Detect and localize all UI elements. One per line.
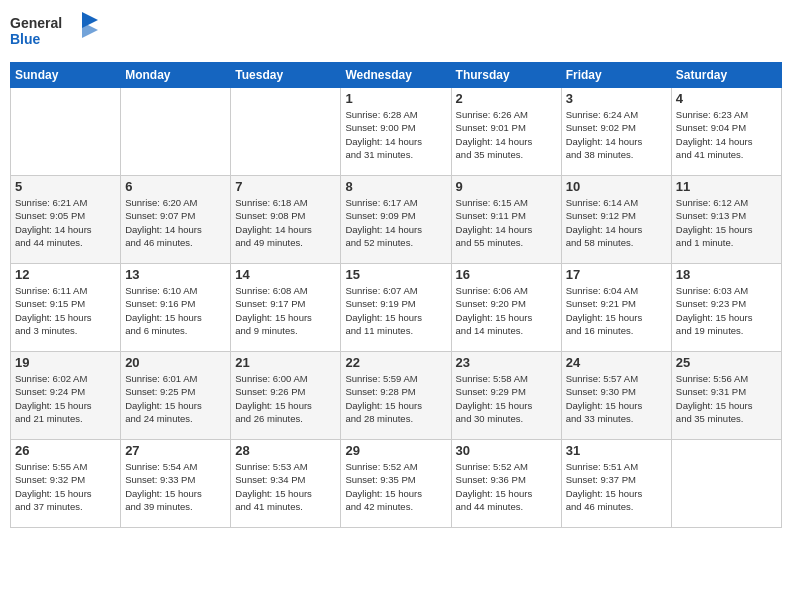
day-number: 2 — [456, 91, 557, 106]
day-info: Sunrise: 6:04 AM Sunset: 9:21 PM Dayligh… — [566, 284, 667, 337]
day-cell: 31Sunrise: 5:51 AM Sunset: 9:37 PM Dayli… — [561, 440, 671, 528]
day-cell: 1Sunrise: 6:28 AM Sunset: 9:00 PM Daylig… — [341, 88, 451, 176]
day-number: 20 — [125, 355, 226, 370]
day-cell: 4Sunrise: 6:23 AM Sunset: 9:04 PM Daylig… — [671, 88, 781, 176]
day-number: 8 — [345, 179, 446, 194]
day-number: 26 — [15, 443, 116, 458]
page: General Blue SundayMondayTuesdayWednesda… — [0, 0, 792, 612]
day-cell: 19Sunrise: 6:02 AM Sunset: 9:24 PM Dayli… — [11, 352, 121, 440]
day-number: 25 — [676, 355, 777, 370]
day-info: Sunrise: 6:00 AM Sunset: 9:26 PM Dayligh… — [235, 372, 336, 425]
day-cell: 14Sunrise: 6:08 AM Sunset: 9:17 PM Dayli… — [231, 264, 341, 352]
day-cell: 11Sunrise: 6:12 AM Sunset: 9:13 PM Dayli… — [671, 176, 781, 264]
day-cell: 30Sunrise: 5:52 AM Sunset: 9:36 PM Dayli… — [451, 440, 561, 528]
day-cell: 25Sunrise: 5:56 AM Sunset: 9:31 PM Dayli… — [671, 352, 781, 440]
day-cell — [121, 88, 231, 176]
svg-marker-3 — [82, 22, 98, 38]
day-info: Sunrise: 6:07 AM Sunset: 9:19 PM Dayligh… — [345, 284, 446, 337]
day-info: Sunrise: 6:03 AM Sunset: 9:23 PM Dayligh… — [676, 284, 777, 337]
weekday-header-monday: Monday — [121, 63, 231, 88]
day-cell: 26Sunrise: 5:55 AM Sunset: 9:32 PM Dayli… — [11, 440, 121, 528]
day-info: Sunrise: 6:18 AM Sunset: 9:08 PM Dayligh… — [235, 196, 336, 249]
day-cell: 7Sunrise: 6:18 AM Sunset: 9:08 PM Daylig… — [231, 176, 341, 264]
week-row-2: 5Sunrise: 6:21 AM Sunset: 9:05 PM Daylig… — [11, 176, 782, 264]
day-cell: 29Sunrise: 5:52 AM Sunset: 9:35 PM Dayli… — [341, 440, 451, 528]
day-info: Sunrise: 6:08 AM Sunset: 9:17 PM Dayligh… — [235, 284, 336, 337]
day-info: Sunrise: 5:59 AM Sunset: 9:28 PM Dayligh… — [345, 372, 446, 425]
day-info: Sunrise: 6:14 AM Sunset: 9:12 PM Dayligh… — [566, 196, 667, 249]
day-number: 30 — [456, 443, 557, 458]
svg-text:Blue: Blue — [10, 31, 41, 47]
weekday-header-thursday: Thursday — [451, 63, 561, 88]
day-info: Sunrise: 6:06 AM Sunset: 9:20 PM Dayligh… — [456, 284, 557, 337]
day-info: Sunrise: 6:01 AM Sunset: 9:25 PM Dayligh… — [125, 372, 226, 425]
day-number: 12 — [15, 267, 116, 282]
day-cell: 3Sunrise: 6:24 AM Sunset: 9:02 PM Daylig… — [561, 88, 671, 176]
day-info: Sunrise: 5:54 AM Sunset: 9:33 PM Dayligh… — [125, 460, 226, 513]
day-cell: 22Sunrise: 5:59 AM Sunset: 9:28 PM Dayli… — [341, 352, 451, 440]
day-cell: 28Sunrise: 5:53 AM Sunset: 9:34 PM Dayli… — [231, 440, 341, 528]
day-number: 9 — [456, 179, 557, 194]
day-number: 6 — [125, 179, 226, 194]
day-number: 18 — [676, 267, 777, 282]
day-cell: 15Sunrise: 6:07 AM Sunset: 9:19 PM Dayli… — [341, 264, 451, 352]
day-info: Sunrise: 6:11 AM Sunset: 9:15 PM Dayligh… — [15, 284, 116, 337]
day-number: 27 — [125, 443, 226, 458]
logo: General Blue — [10, 10, 100, 56]
calendar-table: SundayMondayTuesdayWednesdayThursdayFrid… — [10, 62, 782, 528]
day-cell: 18Sunrise: 6:03 AM Sunset: 9:23 PM Dayli… — [671, 264, 781, 352]
day-cell: 13Sunrise: 6:10 AM Sunset: 9:16 PM Dayli… — [121, 264, 231, 352]
week-row-3: 12Sunrise: 6:11 AM Sunset: 9:15 PM Dayli… — [11, 264, 782, 352]
day-cell — [11, 88, 121, 176]
day-info: Sunrise: 6:12 AM Sunset: 9:13 PM Dayligh… — [676, 196, 777, 249]
week-row-5: 26Sunrise: 5:55 AM Sunset: 9:32 PM Dayli… — [11, 440, 782, 528]
day-cell: 16Sunrise: 6:06 AM Sunset: 9:20 PM Dayli… — [451, 264, 561, 352]
day-info: Sunrise: 6:21 AM Sunset: 9:05 PM Dayligh… — [15, 196, 116, 249]
day-cell: 2Sunrise: 6:26 AM Sunset: 9:01 PM Daylig… — [451, 88, 561, 176]
weekday-header-saturday: Saturday — [671, 63, 781, 88]
day-info: Sunrise: 5:51 AM Sunset: 9:37 PM Dayligh… — [566, 460, 667, 513]
day-number: 31 — [566, 443, 667, 458]
day-number: 29 — [345, 443, 446, 458]
weekday-header-tuesday: Tuesday — [231, 63, 341, 88]
day-number: 14 — [235, 267, 336, 282]
day-cell: 20Sunrise: 6:01 AM Sunset: 9:25 PM Dayli… — [121, 352, 231, 440]
day-cell: 5Sunrise: 6:21 AM Sunset: 9:05 PM Daylig… — [11, 176, 121, 264]
day-cell: 27Sunrise: 5:54 AM Sunset: 9:33 PM Dayli… — [121, 440, 231, 528]
day-number: 21 — [235, 355, 336, 370]
day-cell: 6Sunrise: 6:20 AM Sunset: 9:07 PM Daylig… — [121, 176, 231, 264]
week-row-4: 19Sunrise: 6:02 AM Sunset: 9:24 PM Dayli… — [11, 352, 782, 440]
day-number: 3 — [566, 91, 667, 106]
day-info: Sunrise: 5:58 AM Sunset: 9:29 PM Dayligh… — [456, 372, 557, 425]
day-number: 16 — [456, 267, 557, 282]
day-number: 13 — [125, 267, 226, 282]
day-cell: 21Sunrise: 6:00 AM Sunset: 9:26 PM Dayli… — [231, 352, 341, 440]
day-cell — [671, 440, 781, 528]
day-info: Sunrise: 6:28 AM Sunset: 9:00 PM Dayligh… — [345, 108, 446, 161]
day-number: 1 — [345, 91, 446, 106]
weekday-header-row: SundayMondayTuesdayWednesdayThursdayFrid… — [11, 63, 782, 88]
day-info: Sunrise: 6:23 AM Sunset: 9:04 PM Dayligh… — [676, 108, 777, 161]
day-info: Sunrise: 6:10 AM Sunset: 9:16 PM Dayligh… — [125, 284, 226, 337]
svg-text:General: General — [10, 15, 62, 31]
weekday-header-wednesday: Wednesday — [341, 63, 451, 88]
day-cell — [231, 88, 341, 176]
day-number: 10 — [566, 179, 667, 194]
day-number: 11 — [676, 179, 777, 194]
day-info: Sunrise: 6:20 AM Sunset: 9:07 PM Dayligh… — [125, 196, 226, 249]
logo-icon: General Blue — [10, 10, 100, 52]
weekday-header-friday: Friday — [561, 63, 671, 88]
header: General Blue — [10, 10, 782, 56]
day-number: 15 — [345, 267, 446, 282]
day-number: 4 — [676, 91, 777, 106]
day-info: Sunrise: 6:24 AM Sunset: 9:02 PM Dayligh… — [566, 108, 667, 161]
day-number: 19 — [15, 355, 116, 370]
day-cell: 17Sunrise: 6:04 AM Sunset: 9:21 PM Dayli… — [561, 264, 671, 352]
day-number: 28 — [235, 443, 336, 458]
weekday-header-sunday: Sunday — [11, 63, 121, 88]
day-number: 17 — [566, 267, 667, 282]
day-info: Sunrise: 5:57 AM Sunset: 9:30 PM Dayligh… — [566, 372, 667, 425]
logo-block: General Blue — [10, 10, 100, 56]
day-cell: 23Sunrise: 5:58 AM Sunset: 9:29 PM Dayli… — [451, 352, 561, 440]
day-info: Sunrise: 6:17 AM Sunset: 9:09 PM Dayligh… — [345, 196, 446, 249]
